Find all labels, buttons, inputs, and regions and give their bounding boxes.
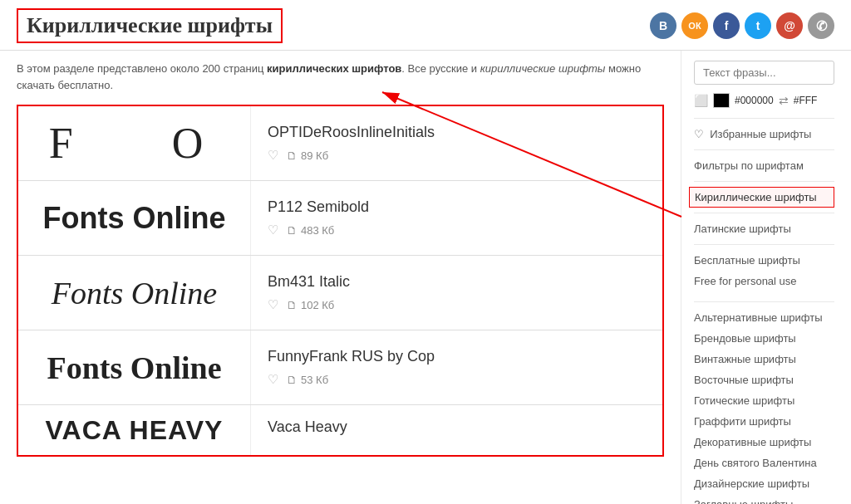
search-input[interactable] — [694, 61, 834, 85]
sidebar-item-eastern[interactable]: Восточные шрифты — [694, 369, 834, 390]
sidebar-divider-1 — [694, 118, 834, 119]
content-area: В этом разделе представлено около 200 ст… — [0, 51, 851, 504]
social-icon-mail[interactable]: @ — [776, 12, 803, 39]
font-info-2: P112 Semibold ♡ 🗋 483 Кб — [251, 181, 386, 255]
sidebar-item-cyrillic[interactable]: Кириллические шрифты — [689, 187, 834, 208]
font-size-2: 🗋 483 Кб — [287, 224, 334, 237]
sidebar-item-free[interactable]: Бесплатные шрифты — [694, 250, 834, 271]
sidebar-item-filters[interactable]: Фильтры по шрифтам — [694, 155, 834, 176]
sidebar-tools: ⬜ #000000 ⇄ #FFF — [694, 93, 834, 108]
font-size-1: 🗋 89 Кб — [287, 149, 328, 162]
font-preview-text-5: VACA HEAVY — [46, 415, 224, 446]
heart-icon-2[interactable]: ♡ — [268, 223, 278, 237]
font-size-4: 🗋 53 Кб — [287, 374, 328, 386]
font-meta-2: ♡ 🗋 483 Кб — [268, 223, 369, 237]
file-icon-4: 🗋 — [287, 374, 298, 386]
sidebar-divider-4 — [694, 213, 834, 213]
font-list-box: F O OPTIDeRoosInlineInitials ♡ 🗋 89 Кб — [17, 105, 664, 457]
font-name-1[interactable]: OPTIDeRoosInlineInitials — [268, 124, 435, 141]
font-preview-text-1: F O — [49, 119, 219, 168]
font-name-5: Vaca Heavy — [268, 418, 347, 436]
sidebar-item-valentine[interactable]: День святого Валентина — [694, 453, 834, 473]
file-icon-2: 🗋 — [287, 224, 298, 237]
file-icon-3: 🗋 — [287, 299, 298, 311]
social-icons-bar: В ОК f t @ ✆ — [650, 12, 834, 39]
sidebar-item-brand[interactable]: Брендовые шрифты — [694, 328, 834, 349]
sidebar-divider-5 — [694, 244, 834, 245]
social-icon-fb[interactable]: f — [713, 12, 740, 39]
font-preview-2[interactable]: Fonts Online — [18, 181, 251, 255]
sidebar-spacer — [694, 291, 834, 296]
social-icon-tw[interactable]: t — [745, 12, 771, 39]
font-item-3: Fonts Online Bm431 Italic ♡ 🗋 102 Кб — [18, 256, 662, 330]
font-info-1: OPTIDeRoosInlineInitials ♡ 🗋 89 Кб — [251, 106, 451, 180]
font-size-3: 🗋 102 Кб — [287, 299, 334, 311]
color-label-white: #FFF — [794, 95, 818, 106]
sidebar-item-alternative[interactable]: Альтернативные шрифты — [694, 307, 834, 328]
font-name-3[interactable]: Bm431 Italic — [268, 273, 350, 291]
font-info-4: FunnyFrank RUS by Cop ♡ 🗋 53 Кб — [251, 330, 451, 404]
sidebar-item-gothic[interactable]: Готические шрифты — [694, 390, 834, 411]
font-item-2: Fonts Online P112 Semibold ♡ 🗋 483 Кб — [18, 181, 662, 256]
page-wrapper: Кириллические шрифты В ОК f t @ ✆ В эт — [0, 0, 851, 504]
image-tool-icon[interactable]: ⬜ — [694, 94, 708, 107]
heart-icon-4[interactable]: ♡ — [268, 372, 278, 387]
font-preview-text-3: Fonts Online — [52, 275, 217, 311]
swap-icon[interactable]: ⇄ — [779, 94, 789, 107]
social-icon-vk[interactable]: В — [650, 12, 676, 39]
font-preview-3[interactable]: Fonts Online — [18, 256, 251, 330]
heart-icon-3[interactable]: ♡ — [268, 297, 278, 312]
sidebar-divider-3 — [694, 181, 834, 182]
file-icon-1: 🗋 — [287, 149, 298, 162]
description-text: В этом разделе представлено около 200 ст… — [17, 61, 664, 93]
font-name-2[interactable]: P112 Semibold — [268, 198, 369, 216]
font-meta-3: ♡ 🗋 102 Кб — [268, 297, 350, 312]
page-title: Кириллические шрифты — [17, 8, 283, 43]
sidebar: ⬜ #000000 ⇄ #FFF ♡ Избранные шрифты Филь… — [681, 51, 834, 504]
sidebar-item-designer[interactable]: Дизайнерские шрифты — [694, 473, 834, 494]
font-name-4[interactable]: FunnyFrank RUS by Cop — [268, 348, 435, 365]
sidebar-item-graffiti[interactable]: Граффити шрифты — [694, 411, 834, 432]
heart-icon-1[interactable]: ♡ — [268, 148, 278, 163]
font-preview-5[interactable]: VACA HEAVY — [18, 405, 251, 455]
sidebar-item-favorites[interactable]: ♡ Избранные шрифты — [694, 124, 834, 144]
font-meta-4: ♡ 🗋 53 Кб — [268, 372, 435, 387]
color-preview-black[interactable] — [713, 93, 730, 108]
font-info-3: Bm431 Italic ♡ 🗋 102 Кб — [251, 256, 366, 330]
main-content: В этом разделе представлено около 200 ст… — [17, 51, 681, 504]
color-label-black: #000000 — [735, 95, 774, 106]
sidebar-item-capital[interactable]: Заглавные шрифты — [694, 494, 834, 504]
font-preview-1[interactable]: F O — [18, 106, 251, 180]
social-icon-phone[interactable]: ✆ — [808, 12, 834, 39]
sidebar-item-decorative[interactable]: Декоративные шрифты — [694, 432, 834, 453]
font-item-4: Fonts Online FunnyFrank RUS by Cop ♡ 🗋 5… — [18, 330, 662, 405]
font-preview-text-4: Fonts Online — [47, 350, 221, 386]
sidebar-item-vintage[interactable]: Винтажные шрифты — [694, 349, 834, 369]
font-item-5: VACA HEAVY Vaca Heavy — [18, 405, 662, 455]
font-preview-4[interactable]: Fonts Online — [18, 330, 251, 404]
sidebar-divider-6 — [694, 301, 834, 302]
font-meta-1: ♡ 🗋 89 Кб — [268, 148, 435, 163]
font-preview-text-2: Fonts Online — [43, 201, 226, 236]
social-icon-ok[interactable]: ОК — [681, 12, 708, 39]
font-info-5: Vaca Heavy — [251, 405, 364, 455]
sidebar-item-free-personal[interactable]: Free for personal use — [694, 271, 834, 291]
font-item: F O OPTIDeRoosInlineInitials ♡ 🗋 89 Кб — [18, 106, 662, 181]
sidebar-divider-2 — [694, 149, 834, 150]
header: Кириллические шрифты В ОК f t @ ✆ — [0, 0, 851, 51]
sidebar-item-latin[interactable]: Латинские шрифты — [694, 218, 834, 239]
